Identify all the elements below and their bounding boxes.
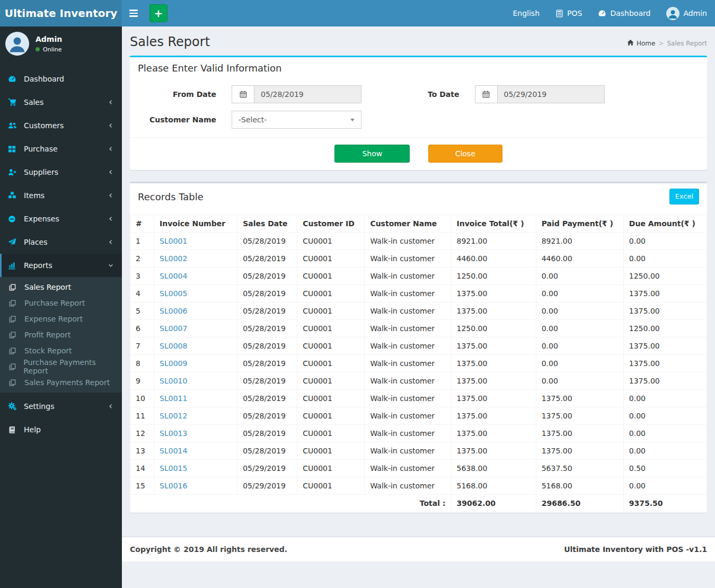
invoice-link[interactable]: SL0006 [160, 307, 187, 315]
sidebar-item-sales[interactable]: Sales [0, 91, 122, 114]
dashboard-link[interactable]: Dashboard [590, 0, 658, 26]
invoice-link[interactable]: SL0015 [160, 464, 187, 473]
close-button[interactable]: Close [428, 145, 502, 163]
customer-select-value: -Select- [239, 115, 267, 124]
chevron-left-icon [108, 122, 114, 129]
chevron-left-icon [108, 403, 114, 409]
user-plus-icon [8, 168, 20, 176]
breadcrumb-home-link[interactable]: Home [627, 39, 655, 48]
row-index: 1 [130, 233, 154, 250]
user-menu[interactable]: Admin [658, 0, 715, 26]
table-row: 7SL000805/28/2019CU0001Walk-in customer1… [130, 337, 707, 355]
invoice-cell: SL0016 [154, 477, 237, 495]
pos-label: POS [567, 9, 582, 17]
pos-link[interactable]: POS [548, 0, 590, 26]
due-amount: 1250.00 [623, 320, 707, 337]
from-date-group [232, 85, 361, 103]
sidebar-item-customers[interactable]: Customers [0, 114, 122, 137]
sidebar-item-stock-report[interactable]: Stock Report [0, 343, 122, 359]
due-amount: 0.00 [623, 233, 707, 250]
customer-id: CU0001 [297, 390, 365, 407]
column-header: Sales Date [237, 215, 297, 233]
column-header: Customer ID [297, 215, 365, 233]
sidebar-item-items[interactable]: Items [0, 184, 122, 207]
sidebar-item-suppliers[interactable]: Suppliers [0, 161, 122, 184]
customer-select[interactable]: -Select- [232, 111, 361, 129]
paid-payment: 0.00 [536, 372, 623, 390]
excel-export-button[interactable]: Excel [669, 189, 699, 204]
invoice-link[interactable]: SL0005 [160, 289, 187, 298]
invoice-link[interactable]: SL0007 [160, 324, 187, 333]
sidebar-item-label: Expenses [24, 215, 59, 223]
column-header: Customer Name [365, 215, 451, 233]
sales-date: 05/29/2019 [237, 477, 297, 495]
invoice-link[interactable]: SL0012 [160, 412, 187, 420]
sidebar-item-reports[interactable]: Reports [0, 254, 122, 277]
sidebar-item-settings[interactable]: Settings [0, 395, 122, 418]
invoice-total: 5168.00 [451, 477, 536, 495]
users-icon [8, 121, 20, 130]
invoice-link[interactable]: SL0002 [160, 254, 187, 263]
sidebar-item-label: Places [24, 238, 48, 246]
invoice-link[interactable]: SL0014 [160, 447, 187, 455]
sales-date: 05/28/2019 [237, 407, 297, 425]
add-new-button[interactable]: + [149, 4, 167, 22]
sidebar-item-sales-payments-report[interactable]: Sales Payments Report [0, 375, 122, 390]
sales-date: 05/28/2019 [237, 320, 297, 337]
invoice-link[interactable]: SL0001 [160, 237, 187, 245]
invoice-link[interactable]: SL0013 [160, 429, 187, 438]
invoice-link[interactable]: SL0008 [160, 342, 187, 350]
content-area: Sales Report Home > Sales Report Please … [122, 26, 715, 537]
cart-icon [8, 98, 20, 106]
table-row: 1SL000105/28/2019CU0001Walk-in customer8… [130, 233, 707, 250]
copyright-text: Copyright © 2019 All rights reserved. [130, 545, 287, 554]
sidebar-item-purchase-payments-report[interactable]: Purchase Payments Report [0, 359, 122, 375]
sidebar-item-label: Sales [24, 98, 43, 106]
invoice-cell: SL0011 [154, 390, 237, 407]
paid-payment: 1375.00 [536, 390, 623, 407]
dashboard-label: Dashboard [610, 9, 650, 17]
to-date-input[interactable] [497, 85, 605, 103]
due-amount: 0.00 [623, 390, 707, 407]
sidebar-item-help[interactable]: Help [0, 418, 122, 441]
customer-id: CU0001 [297, 425, 365, 442]
table-row: 10SL001105/28/2019CU0001Walk-in customer… [130, 390, 707, 407]
from-date-input[interactable] [254, 85, 361, 103]
due-amount: 0.50 [623, 460, 707, 477]
sidebar-toggle-button[interactable] [122, 0, 145, 26]
invoice-cell: SL0007 [154, 320, 237, 337]
sidebar-item-profit-report[interactable]: Profit Report [0, 327, 122, 343]
language-menu[interactable]: English [505, 0, 548, 26]
table-row: 15SL001605/29/2019CU0001Walk-in customer… [130, 477, 707, 495]
sidebar-item-dashboard[interactable]: Dashboard [0, 67, 122, 91]
invoice-link[interactable]: SL0004 [160, 272, 187, 280]
sidebar-item-purchase-report[interactable]: Purchase Report [0, 295, 122, 311]
online-status-label: Online [43, 46, 61, 53]
sales-date: 05/28/2019 [237, 442, 297, 460]
calendar-icon[interactable] [475, 85, 497, 103]
sidebar-item-sales-report[interactable]: Sales Report [0, 279, 122, 295]
sidebar-item-places[interactable]: Places [0, 230, 122, 254]
calendar-icon[interactable] [232, 85, 254, 103]
paid-payment: 8921.00 [536, 233, 623, 250]
invoice-link[interactable]: SL0011 [160, 394, 187, 403]
invoice-link[interactable]: SL0016 [160, 482, 187, 490]
sidebar-menu: Dashboard Sales Customers Purchase [0, 67, 122, 277]
submenu-item-label: Profit Report [24, 331, 70, 339]
show-button[interactable]: Show [334, 145, 410, 163]
invoice-link[interactable]: SL0010 [160, 377, 187, 385]
sidebar: Admin Online Dashboard Sales Customers [0, 26, 122, 588]
brand-title: Ultimate Inventory [5, 7, 118, 20]
row-index: 12 [130, 425, 154, 442]
invoice-link[interactable]: SL0009 [160, 359, 187, 368]
row-index: 3 [130, 268, 154, 285]
sidebar-item-expense-report[interactable]: Expense Report [0, 311, 122, 327]
customer-name: Walk-in customer [365, 250, 451, 268]
breadcrumb-home-label: Home [637, 40, 655, 47]
sidebar-item-purchase[interactable]: Purchase [0, 137, 122, 161]
row-index: 5 [130, 302, 154, 320]
customer-name: Walk-in customer [365, 302, 451, 320]
sidebar-item-expenses[interactable]: Expenses [0, 207, 122, 230]
breadcrumb: Home > Sales Report [627, 39, 707, 48]
brand-logo[interactable]: Ultimate Inventory [0, 0, 122, 26]
